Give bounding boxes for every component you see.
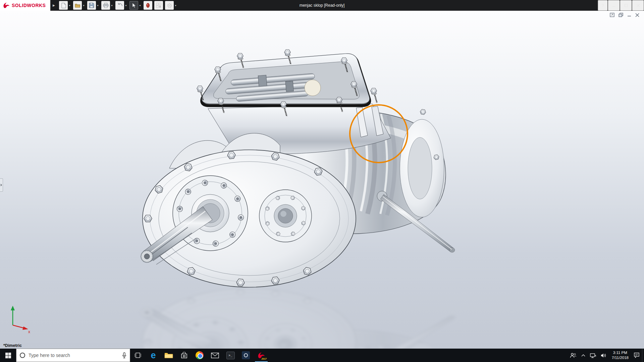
document-window-controls: [610, 13, 639, 17]
chrome-icon: [196, 351, 204, 359]
search-input[interactable]: [29, 353, 119, 358]
action-center-button[interactable]: [631, 349, 642, 362]
mail-icon: [211, 353, 219, 358]
save-button[interactable]: [87, 1, 96, 10]
maximize-button[interactable]: [620, 0, 632, 11]
terminal-icon: >_: [226, 352, 235, 359]
new-document-caret[interactable]: ▾: [68, 4, 71, 7]
media-app-icon: [242, 351, 250, 359]
titlebar: SOLIDWORKS ▶ ▾ ▾: [0, 0, 644, 11]
print-icon: [103, 3, 109, 8]
taskbar-app-chrome[interactable]: [192, 349, 207, 362]
hidden-icons-button[interactable]: [579, 349, 588, 362]
open-button[interactable]: [73, 1, 82, 10]
options-gear-icon: [167, 3, 172, 8]
undo-icon: [117, 3, 123, 8]
doc-restore-button[interactable]: [619, 13, 623, 17]
select-caret[interactable]: ▾: [138, 4, 142, 7]
taskbar-app-media[interactable]: [238, 349, 254, 362]
featuremanager-collapsed-tab[interactable]: [0, 178, 3, 192]
restore-icon: [619, 13, 623, 17]
show-desktop-button[interactable]: [642, 349, 644, 362]
taskbar-search[interactable]: [16, 349, 130, 362]
doc-new-window-button[interactable]: [610, 13, 614, 17]
document-title: menjac sklop [Read-only]: [300, 0, 345, 11]
gearbox-assembly-model: [141, 50, 455, 287]
taskbar-app-console[interactable]: >_: [223, 349, 238, 362]
new-window-icon: [610, 13, 614, 17]
chevron-up-icon: [581, 354, 585, 357]
task-view-button[interactable]: [130, 349, 146, 362]
save-caret[interactable]: ▾: [96, 4, 99, 7]
cortana-icon: [20, 353, 25, 358]
taskbar-app-solidworks[interactable]: 2017: [254, 349, 269, 362]
doc-minimize-icon: [627, 13, 631, 17]
select-tool-button[interactable]: [129, 1, 138, 10]
doc-close-icon: [635, 13, 639, 17]
windows-taskbar: e >_: [0, 349, 644, 362]
taskbar-app-edge[interactable]: e: [146, 349, 161, 362]
undo-button[interactable]: [115, 1, 124, 10]
dassault-logo-icon: [3, 2, 10, 9]
select-cursor-icon: [132, 3, 136, 8]
doc-close-button[interactable]: [635, 13, 639, 17]
display-style-button[interactable]: [154, 1, 163, 10]
solidworks-app-icon: 2017: [256, 351, 266, 360]
minimize-icon: [612, 4, 616, 7]
start-button[interactable]: [0, 349, 16, 362]
close-button[interactable]: [632, 0, 644, 11]
graphics-viewport[interactable]: x *Dimetric: [0, 11, 644, 349]
options-caret[interactable]: ▾: [174, 4, 177, 7]
taskbar-app-mail[interactable]: [207, 349, 223, 362]
microphone-icon[interactable]: [122, 352, 126, 358]
system-tray: 3:11 PM 7/11/2018: [568, 349, 644, 362]
solidworks-app-window: SOLIDWORKS ▶ ▾ ▾: [0, 0, 644, 362]
minimize-button[interactable]: [608, 0, 620, 11]
window-controls: ?: [598, 0, 644, 11]
people-icon: [570, 353, 577, 358]
maximize-icon: [624, 4, 628, 7]
task-view-icon: [134, 353, 142, 358]
file-explorer-icon: [164, 352, 173, 359]
display-style-icon: [156, 3, 161, 8]
speaker-icon: [601, 353, 607, 358]
appearance-icon: [146, 3, 150, 8]
close-icon: [636, 4, 640, 7]
new-document-button[interactable]: [59, 1, 68, 10]
network-button[interactable]: [588, 349, 598, 362]
solidworks-logo: SOLIDWORKS: [0, 0, 50, 11]
taskbar-app-store[interactable]: [176, 349, 192, 362]
orientation-triad: x: [6, 302, 32, 333]
print-caret[interactable]: ▾: [110, 4, 113, 7]
doc-minimize-button[interactable]: [627, 13, 631, 17]
edge-icon: e: [151, 351, 156, 360]
windows-logo-icon: [5, 353, 11, 358]
open-folder-icon: [75, 3, 80, 8]
store-icon: [181, 352, 187, 359]
view-orientation-label: *Dimetric: [3, 343, 22, 348]
save-icon: [89, 3, 94, 8]
clock-time: 3:11 PM: [613, 350, 627, 355]
volume-button[interactable]: [598, 349, 609, 362]
clock-date: 7/11/2018: [612, 355, 629, 360]
undo-caret[interactable]: ▾: [124, 4, 127, 7]
options-button[interactable]: [165, 1, 174, 10]
taskbar-clock[interactable]: 3:11 PM 7/11/2018: [609, 349, 631, 362]
quick-access-toolbar: ▾ ▾ ▾: [59, 1, 178, 10]
print-button[interactable]: [101, 1, 110, 10]
action-center-icon: [634, 353, 640, 358]
new-document-icon: [61, 3, 66, 8]
help-button[interactable]: ?: [598, 0, 608, 11]
solidworks-logo-text: SOLIDWORKS: [12, 3, 46, 8]
model-reflection: [141, 289, 455, 349]
appearance-button[interactable]: [144, 1, 152, 10]
3d-model-canvas: [0, 11, 644, 349]
toolbar-flyout-arrow[interactable]: ▶: [50, 0, 57, 11]
solidworks-year-badge: 2017: [261, 358, 267, 360]
people-button[interactable]: [568, 349, 579, 362]
taskbar-app-file-explorer[interactable]: [161, 349, 176, 362]
open-caret[interactable]: ▾: [82, 4, 85, 7]
network-icon: [590, 353, 596, 358]
triad-x-label: x: [28, 329, 30, 333]
